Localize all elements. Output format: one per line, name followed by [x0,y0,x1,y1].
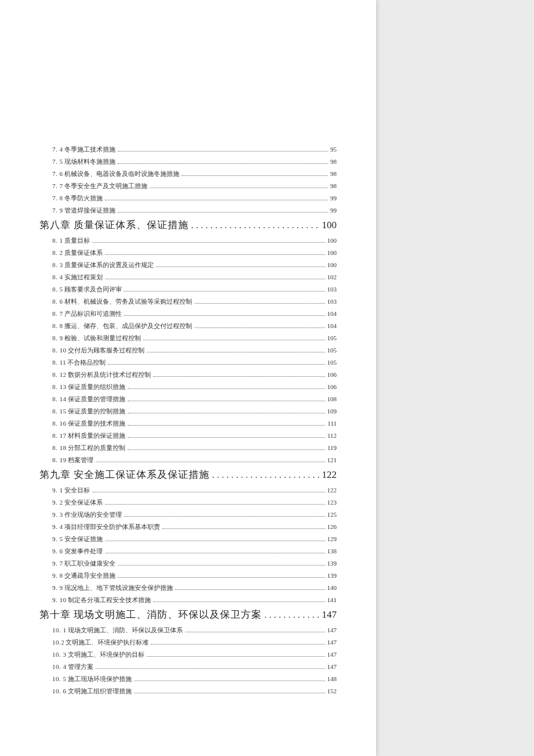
toc-entry-page: 103 [327,298,337,305]
toc-leader [151,644,324,645]
toc-sub-entry[interactable]: 8. 18 分部工程的质量控制 119 [52,444,337,452]
toc-entry-label: 制定各分项工程安全技术措施 [68,596,151,604]
toc-sub-entry[interactable]: 8. 16 保证质量的技术措施 111 [52,419,337,428]
toc-entry-number: 8. 8 [52,322,63,329]
toc-sub-entry[interactable]: 10. 4 管理方案 147 [52,663,337,671]
toc-sub-entry[interactable]: 10. 3 文明施工、环境保护的目标 147 [52,650,337,659]
toc-entry-number: 9. 6 [52,548,63,555]
toc-sub-entry[interactable]: 7. 9 管道焊接保证措施 99 [52,206,337,215]
toc-sub-entry[interactable]: 8. 17 材料质量的保证措施 112 [52,431,337,440]
toc-sub-entry[interactable]: 8. 12 数据分析及统计技术过程控制 106 [52,370,337,379]
toc-entry-label: 突发事件处理 [64,547,103,556]
toc-leader [105,504,325,505]
toc-leader: ........................................… [264,609,319,621]
toc-entry-page: 111 [327,420,337,427]
toc-chapter-page: 147 [322,609,337,621]
toc-entry-number: 7. 8 [52,195,63,201]
toc-entry-page: 105 [327,334,337,341]
toc-entry-label: 实施过程策划 [64,273,103,282]
toc-entry-page: 95 [330,146,337,153]
toc-sub-entry[interactable]: 8. 10 交付后为顾客服务过程控制 105 [52,346,337,355]
toc-sub-entry[interactable]: 7. 4 冬季施工技术措施 95 [52,145,337,154]
toc-entry-label: 管理方案 [68,663,93,671]
toc-leader [118,151,329,152]
toc-chapter-entry[interactable]: 第九章 安全施工保证体系及保证措施.......................… [39,468,337,481]
toc-sub-entry[interactable]: 9. 10 制定各分项工程安全技术措施 141 [52,596,337,604]
toc-sub-entry[interactable]: 10. 5 施工现场环境保护措施 148 [52,675,337,683]
toc-sub-entry[interactable]: 8. 11 不合格品控制 105 [52,358,337,367]
toc-leader [118,212,329,213]
toc-entry-label: 交付后为顾客服务过程控制 [68,346,145,355]
toc-entry-label: 机械设备、电器设备及临时设施冬施措施 [64,170,179,178]
toc-sub-entry[interactable]: 8. 3 质量保证体系的设置及运作规定 100 [52,261,337,269]
toc-sub-entry[interactable]: 8. 19 档案管理 121 [52,456,337,465]
toc-entry-number: 8. 9 [52,334,63,341]
toc-entry-label: 保证质量的控制措施 [68,407,125,416]
toc-sub-entry[interactable]: 10.2 文明施工、环境保护执行标准 147 [52,638,337,647]
toc-leader [96,462,325,462]
toc-entry-number: 10. 3 [52,651,67,658]
toc-entry-number: 8. 2 [52,249,63,256]
toc-sub-entry[interactable]: 9. 9 现况地上、地下管线设施安全保护措施 140 [52,584,337,592]
toc-entry-page: 121 [327,456,337,463]
toc-sub-entry[interactable]: 10. 1 现场文明施工、消防、环保以及保卫体系 147 [52,626,337,635]
toc-entry-page: 109 [327,408,337,415]
toc-entry-label: 职工职业健康安全 [64,559,116,568]
toc-sub-entry[interactable]: 8. 9 检验、试验和测量过程控制 105 [52,334,337,343]
toc-sub-entry[interactable]: 7. 6 机械设备、电器设备及临时设施冬施措施 98 [52,170,337,178]
toc-sub-entry[interactable]: 10. 6 文明施工组织管理措施 152 [52,687,337,696]
toc-entry-label: 冬季施工技术措施 [64,145,116,154]
toc-sub-entry[interactable]: 8. 2 质量保证体系 100 [52,249,337,257]
toc-sub-entry[interactable]: 9. 4 项目经理部安全防护体系基本职责 126 [52,523,337,531]
toc-sub-entry[interactable]: 8. 13 保证质量的组织措施 106 [52,383,337,391]
toc-entry-label: 质量保证体系 [64,249,103,257]
toc-leader: ........................................… [191,219,319,231]
toc-leader [185,632,325,632]
toc-entry-page: 122 [327,487,337,494]
toc-entry-number: 7. 4 [52,146,63,153]
toc-leader [128,437,325,438]
toc-sub-entry[interactable]: 7. 8 冬季防火措施 99 [52,194,337,203]
toc-chapter-entry[interactable]: 第八章 质量保证体系、保证措施.........................… [39,218,337,232]
toc-sub-entry[interactable]: 9. 5 安全保证措施 129 [52,535,337,543]
toc-leader [124,516,325,517]
toc-sub-entry[interactable]: 9. 7 职工职业健康安全 139 [52,559,337,568]
toc-sub-entry[interactable]: 7. 7 冬季安全生产及文明施工措施 98 [52,182,337,190]
toc-entry-page: 139 [327,560,337,567]
toc-sub-entry[interactable]: 8. 4 实施过程策划 102 [52,273,337,282]
toc-entry-number: 9. 9 [52,584,63,591]
toc-sub-entry[interactable]: 9. 1 安全目标 122 [52,486,337,495]
toc-entry-label: 材料质量的保证措施 [68,431,125,440]
toc-leader [105,553,325,553]
toc-entry-page: 138 [327,548,337,555]
toc-entry-label: 冬季安全生产及文明施工措施 [64,182,147,190]
toc-entry-page: 129 [327,535,337,542]
toc-entry-label: 质量保证体系的设置及运作规定 [64,261,154,269]
toc-entry-number: 10.2 [52,639,64,646]
toc-sub-entry[interactable]: 8. 15 保证质量的控制措施 109 [52,407,337,416]
toc-sub-entry[interactable]: 9. 8 交通疏导安全措施 139 [52,571,337,580]
toc-entry-page: 119 [327,444,337,451]
toc-chapter-entry[interactable]: 第十章 现场文明施工、消防、环保以及保卫方案..................… [39,608,337,621]
toc-sub-entry[interactable]: 8. 14 保证质量的管理措施 108 [52,395,337,404]
toc-entry-number: 9. 5 [52,535,63,542]
toc-sub-entry[interactable]: 8. 6 材料、机械设备、劳务及试验等采购过程控制 103 [52,297,337,306]
toc-leader [96,668,325,669]
toc-entry-page: 105 [327,359,337,366]
toc-sub-entry[interactable]: 7. 5 现场材料冬施措施 98 [52,157,337,166]
toc-sub-entry[interactable]: 9. 3 作业现场的安全管理 125 [52,510,337,519]
toc-entry-page: 139 [327,572,337,579]
toc-sub-entry[interactable]: 8. 8 搬运、储存、包装、成品保护及交付过程控制 104 [52,322,337,330]
toc-leader [118,565,325,566]
toc-entry-number: 8. 19 [52,456,67,463]
toc-sub-entry[interactable]: 9. 6 突发事件处理 138 [52,547,337,556]
toc-sub-entry[interactable]: 8. 1 质量目标 100 [52,236,337,245]
toc-sub-entry[interactable]: 9. 2 安全保证体系 123 [52,498,337,507]
toc-entry-number: 8. 15 [52,408,67,415]
toc-leader [118,163,329,164]
toc-sub-entry[interactable]: 8. 5 顾客要求及合同评审 103 [52,285,337,294]
toc-sub-entry[interactable]: 8. 7 产品标识和可追溯性 104 [52,309,337,318]
toc-entry-label: 数据分析及统计技术过程控制 [68,370,151,379]
toc-entry-label: 现况地上、地下管线设施安全保护措施 [64,584,173,592]
toc-entry-number: 8. 10 [52,347,67,354]
